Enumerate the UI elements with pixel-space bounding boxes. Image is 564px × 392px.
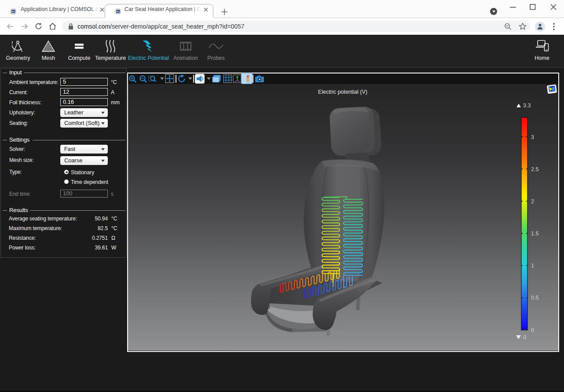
svg-text:0: 0	[523, 334, 526, 341]
svg-text:2.5: 2.5	[531, 166, 538, 172]
svg-text:3: 3	[531, 134, 534, 140]
svg-text:0.5: 0.5	[531, 295, 538, 301]
svg-text:0: 0	[531, 327, 534, 333]
svg-text:Electric potential (V): Electric potential (V)	[318, 89, 367, 95]
svg-text:3.3: 3.3	[523, 103, 531, 109]
svg-text:1: 1	[531, 263, 534, 269]
svg-text:2: 2	[531, 198, 534, 205]
svg-text:1.5: 1.5	[531, 231, 538, 237]
